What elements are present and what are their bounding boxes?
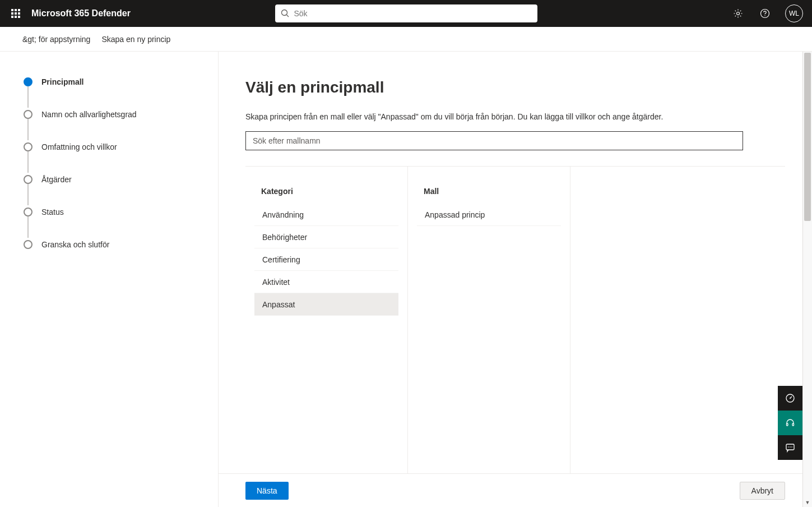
template-item-custom-policy[interactable]: Anpassad princip xyxy=(417,204,561,226)
settings-button[interactable] xyxy=(727,0,749,27)
wizard-steps-nav: Principmall Namn och allvarlighetsgrad O… xyxy=(0,52,219,507)
help-button[interactable] xyxy=(754,0,776,27)
step-indicator-icon xyxy=(24,208,33,216)
step-label: Principmall xyxy=(41,77,83,86)
svg-point-2 xyxy=(737,12,740,15)
category-item-custom[interactable]: Anpassat xyxy=(254,293,398,316)
category-heading: Kategori xyxy=(261,187,398,196)
category-list: Användning Behörigheter Certifiering Akt… xyxy=(254,204,398,316)
category-column: Kategori Användning Behörigheter Certifi… xyxy=(245,167,408,507)
svg-point-11 xyxy=(790,446,791,448)
svg-rect-8 xyxy=(792,423,794,426)
wizard-step-status[interactable]: Status xyxy=(24,205,201,219)
question-icon xyxy=(760,8,770,19)
step-label: Namn och allvarlighetsgrad xyxy=(41,110,137,119)
template-search-input[interactable] xyxy=(245,131,743,150)
waffle-icon xyxy=(11,9,20,18)
vertical-scrollbar[interactable]: ▲ ▼ xyxy=(802,52,812,507)
main-panel: Välj en principmall Skapa principen från… xyxy=(219,52,812,507)
step-indicator-icon xyxy=(24,77,33,86)
step-label: Åtgärder xyxy=(41,175,72,184)
gear-icon xyxy=(733,8,743,19)
step-indicator-icon xyxy=(24,175,33,184)
wizard-step-scope[interactable]: Omfattning och villkor xyxy=(24,140,201,154)
cancel-button[interactable]: Avbryt xyxy=(740,482,785,500)
svg-point-10 xyxy=(788,446,789,448)
page-title: Välj en principmall xyxy=(245,79,785,96)
rail-button-1[interactable] xyxy=(778,386,802,411)
global-search-input[interactable] xyxy=(294,9,532,18)
side-rail xyxy=(778,386,802,460)
template-columns: Kategori Användning Behörigheter Certifi… xyxy=(245,166,785,507)
category-item-usage[interactable]: Användning xyxy=(254,204,398,226)
wizard-step-template[interactable]: Principmall xyxy=(24,75,201,89)
template-heading: Mall xyxy=(424,187,561,196)
template-column: Mall Anpassad princip xyxy=(408,167,570,507)
breadcrumb-bar: &gt; för appstyrning Skapa en ny princip xyxy=(0,27,812,52)
gauge-icon xyxy=(785,393,795,403)
wizard-step-actions[interactable]: Åtgärder xyxy=(24,173,201,186)
top-header: Microsoft 365 Defender WL xyxy=(0,0,812,27)
global-search-wrapper xyxy=(275,4,537,22)
wizard-footer: Nästa Avbryt xyxy=(219,473,812,507)
svg-line-1 xyxy=(286,15,289,17)
template-list: Anpassad princip xyxy=(417,204,561,226)
search-icon xyxy=(281,9,290,18)
app-title: Microsoft 365 Defender xyxy=(31,8,131,19)
scrollbar-thumb[interactable] xyxy=(804,53,811,221)
avatar-initials: WL xyxy=(789,10,799,17)
header-actions: WL xyxy=(727,0,808,27)
step-indicator-icon xyxy=(24,142,33,151)
content-area: Principmall Namn och allvarlighetsgrad O… xyxy=(0,52,812,507)
svg-point-4 xyxy=(764,15,765,16)
category-item-activity[interactable]: Aktivitet xyxy=(254,271,398,293)
category-item-permissions[interactable]: Behörigheter xyxy=(254,226,398,248)
rail-button-2[interactable] xyxy=(778,411,802,435)
step-label: Status xyxy=(41,208,64,216)
wizard-step-review[interactable]: Granska och slutför xyxy=(24,238,201,251)
svg-rect-7 xyxy=(787,423,788,426)
svg-point-6 xyxy=(790,398,791,399)
breadcrumb-item-1[interactable]: Skapa en ny princip xyxy=(101,35,170,44)
headset-icon xyxy=(785,418,795,428)
breadcrumb-item-0[interactable]: &gt; för appstyrning xyxy=(22,35,90,44)
next-button[interactable]: Nästa xyxy=(245,482,289,500)
details-column xyxy=(570,167,785,507)
wizard-step-name[interactable]: Namn och allvarlighetsgrad xyxy=(24,108,201,121)
app-launcher-button[interactable] xyxy=(4,0,27,27)
page-description: Skapa principen från en mall eller välj … xyxy=(245,112,785,121)
category-item-certification[interactable]: Certifiering xyxy=(254,248,398,271)
step-label: Granska och slutför xyxy=(41,240,109,249)
scrollbar-down-icon[interactable]: ▼ xyxy=(803,497,812,507)
step-label: Omfattning och villkor xyxy=(41,142,117,151)
svg-point-0 xyxy=(281,10,287,16)
feedback-icon xyxy=(785,443,795,453)
global-search-box[interactable] xyxy=(275,4,537,22)
svg-point-12 xyxy=(791,446,792,448)
rail-button-3[interactable] xyxy=(778,435,802,460)
user-avatar[interactable]: WL xyxy=(785,4,803,22)
step-indicator-icon xyxy=(24,240,33,249)
step-indicator-icon xyxy=(24,110,33,119)
